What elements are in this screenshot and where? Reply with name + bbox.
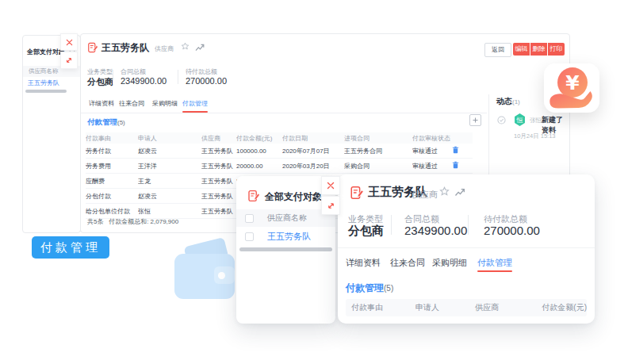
section-title: 付款管理(5) [346, 282, 393, 295]
tab-details[interactable]: 详细资料 [89, 99, 114, 108]
column-header: 供应商 [201, 132, 236, 144]
activity-title: 动态(1) [496, 96, 520, 107]
supplier-column-header: 供应商名称 [267, 213, 307, 224]
tab-bar: 详细资料 往来合同 采购明细 付款管理 [81, 98, 487, 113]
cell-reason[interactable]: 给分包单位付款 [86, 204, 138, 219]
horizontal-scrollbar[interactable] [239, 247, 332, 251]
trash-icon[interactable] [452, 161, 459, 169]
cell-applicant: 张恒 [138, 204, 201, 219]
column-header: 付款审核状态 [412, 132, 452, 144]
add-payment-button[interactable] [469, 114, 481, 126]
activity-count: (1) [512, 98, 520, 105]
table-row: 劳务费用 王洋洋 王五劳务队 20000.00 2020年03月20日 采购合同… [86, 159, 473, 174]
tab-details[interactable]: 详细资料 [346, 257, 381, 269]
cell-applicant: 赵凌云 [138, 144, 201, 159]
expand-icon [65, 56, 73, 64]
table-header-row: 付款事由 申请人 供应商 付款金额(元) 付款日期 进项合同 付款审核状态 [86, 132, 473, 144]
table-row: 劳务付款 赵凌云 王五劳务队 100000.00 2020年07月07日 王五劳… [86, 144, 473, 159]
action-button-group: 编辑 删除 打印 [513, 43, 565, 56]
cell-contract[interactable]: 王五劳务合同 [344, 144, 412, 159]
table-header-row: 付款事由 申请人 供应商 付款金额(元) [346, 299, 587, 316]
supplier-detail-card-foreground: 王五劳务队 供应商 业务类型 分包商 合同总额 2349900.00 待付款总额… [338, 174, 595, 324]
close-button[interactable] [321, 176, 340, 195]
summary-value: 分包商 [87, 76, 113, 88]
yuan-symbol: ¥ [565, 71, 580, 94]
supplier-link[interactable]: 王五劳务队 [267, 231, 311, 243]
tab-payment-active[interactable]: 付款管理 [182, 99, 208, 108]
summary-value: 分包商 [348, 224, 384, 239]
cell-date: 2020年07月07日 [282, 144, 344, 159]
section-separator [338, 247, 595, 248]
expand-button[interactable] [321, 196, 340, 215]
close-icon [327, 182, 335, 190]
cell-reason[interactable]: 劳务付款 [86, 144, 138, 159]
column-header: 付款事由 [86, 132, 138, 144]
coin-hand-icon: ¥ [544, 63, 599, 113]
column-header: 付款金额(元) [536, 302, 587, 313]
tab-payment-active[interactable]: 付款管理 [477, 257, 512, 269]
expand-icon [327, 201, 335, 210]
summary-value: 270000.00 [484, 224, 540, 237]
cell-supplier[interactable]: 王五劳务队 [201, 189, 236, 204]
summary-label: 合同总额 [121, 67, 146, 76]
cell-amount: 20000.00 [236, 159, 282, 174]
row-checkbox[interactable] [245, 232, 254, 241]
clipboard-edit-icon [350, 186, 364, 200]
tab-purchase[interactable]: 采购明细 [152, 99, 178, 108]
summary-divider [468, 215, 469, 235]
summary-value: 270000.00 [186, 76, 227, 86]
cell-contract[interactable]: 采购合同 [344, 159, 412, 174]
column-header: 供应商 [469, 302, 536, 313]
cell-supplier[interactable]: 王五劳务队 [201, 159, 236, 174]
supplier-type-label: 供应商 [155, 44, 174, 53]
tab-contracts[interactable]: 往来合同 [119, 99, 144, 108]
cell-date: 2020年03月20日 [282, 159, 344, 174]
back-button[interactable]: 返回 [484, 43, 511, 57]
trend-icon[interactable] [195, 44, 205, 52]
supplier-row: 王五劳务队 [236, 227, 335, 246]
summary-value: 2349900.00 [404, 224, 467, 237]
cell-status: 审核通过 [412, 159, 452, 174]
cell-reason[interactable]: 应酬费 [86, 174, 138, 189]
trash-icon[interactable] [452, 146, 459, 154]
footer-count: 共5条 [87, 218, 103, 225]
cell-supplier[interactable]: 王五劳务队 [201, 174, 236, 189]
cell-reason[interactable]: 分包付款 [86, 189, 138, 204]
close-icon [66, 39, 73, 46]
window-title: 王五劳务队 [101, 41, 149, 55]
column-header: 付款金额(元) [236, 132, 282, 144]
expand-button[interactable] [60, 52, 78, 69]
cell-reason[interactable]: 劳务费用 [86, 159, 138, 174]
check-circle-icon [497, 116, 506, 125]
cell-supplier[interactable]: 王五劳务队 [201, 204, 236, 219]
summary-label: 业务类型 [87, 67, 113, 76]
payment-app-icon-card: ¥ [544, 63, 599, 113]
cell-amount: 100000.00 [236, 144, 282, 159]
horizontal-scrollbar[interactable] [25, 90, 67, 93]
edit-button[interactable]: 编辑 [513, 43, 530, 56]
select-all-checkbox[interactable] [245, 214, 254, 223]
activity-user: 张恒 [530, 117, 542, 125]
column-header: 付款事由 [346, 302, 410, 313]
card-window-controls [321, 176, 340, 215]
active-tab-underline [477, 270, 512, 272]
close-button[interactable] [60, 33, 78, 51]
column-header: 申请人 [410, 302, 469, 313]
cell-applicant: 赵凌云 [138, 189, 201, 204]
star-icon[interactable] [439, 186, 450, 197]
clipboard-edit-icon [87, 42, 98, 53]
wallet-illustration [173, 241, 241, 303]
print-button[interactable]: 打印 [548, 43, 565, 56]
delete-button[interactable]: 删除 [530, 43, 547, 56]
supplier-row[interactable]: 王五劳务队 [23, 77, 80, 89]
trend-icon[interactable] [454, 188, 465, 197]
cell-supplier[interactable]: 王五劳务队 [201, 144, 236, 159]
payment-management-tag: 付款管理 [32, 236, 109, 259]
star-icon[interactable] [181, 42, 190, 51]
tab-contracts[interactable]: 往来合同 [390, 257, 425, 269]
supplier-type-label: 供应商 [412, 189, 438, 201]
summary-divider [391, 215, 392, 235]
chevron-down-icon[interactable] [314, 195, 321, 200]
tab-purchase[interactable]: 采购明细 [432, 257, 467, 269]
canvas: 全部支付对象 供应商名称 王五劳务队 王五劳务队 供应商 返回 编辑 删除 打印… [0, 0, 628, 364]
